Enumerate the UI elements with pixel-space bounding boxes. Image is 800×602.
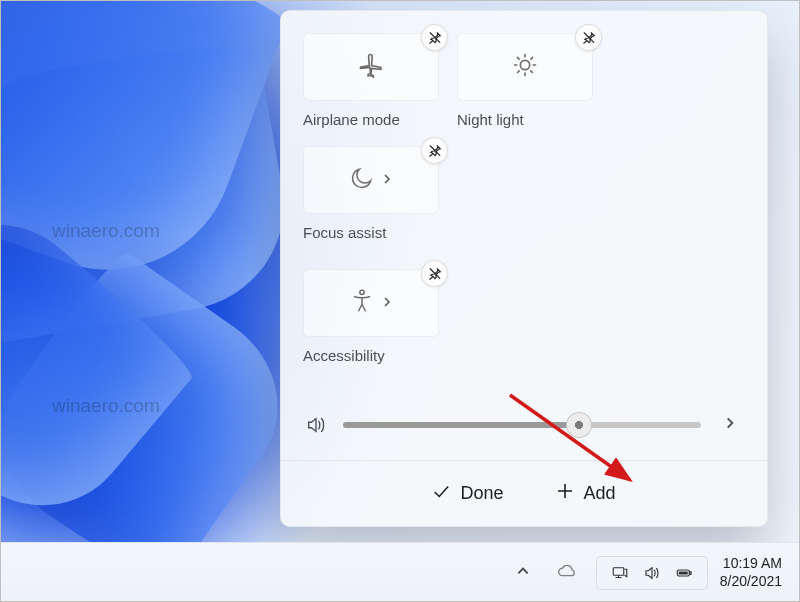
clock-date: 8/20/2021 xyxy=(720,573,782,591)
add-button[interactable]: Add xyxy=(540,474,632,513)
done-button[interactable]: Done xyxy=(416,474,519,513)
svg-rect-3 xyxy=(613,567,624,575)
chevron-right-icon xyxy=(381,172,393,188)
unpin-button-focusassist[interactable] xyxy=(421,137,448,164)
unpin-button-accessibility[interactable] xyxy=(421,260,448,287)
taskbar-clock[interactable]: 10:19 AM 8/20/2021 xyxy=(720,555,782,590)
unpin-button-airplane[interactable] xyxy=(421,24,448,51)
volume-slider-thumb[interactable] xyxy=(566,412,592,438)
tile-airplane-mode[interactable] xyxy=(303,33,439,101)
clock-time: 10:19 AM xyxy=(720,555,782,573)
unpin-icon xyxy=(428,31,442,45)
tile-wrap-nightlight: Night light xyxy=(457,33,593,128)
network-icon xyxy=(611,564,629,582)
volume-row xyxy=(303,404,745,460)
check-icon xyxy=(432,482,450,505)
taskbar: 10:19 AM 8/20/2021 xyxy=(0,542,800,602)
tile-wrap-accessibility: Accessibility xyxy=(303,269,439,364)
airplane-icon xyxy=(357,51,385,83)
done-label: Done xyxy=(460,483,503,504)
svg-rect-6 xyxy=(689,571,691,574)
unpin-button-nightlight[interactable] xyxy=(575,24,602,51)
night-light-icon xyxy=(511,51,539,83)
tile-focus-assist[interactable] xyxy=(303,146,439,214)
tile-night-light[interactable] xyxy=(457,33,593,101)
tile-wrap-focusassist: Focus assist xyxy=(303,146,439,241)
accessibility-icon xyxy=(349,288,375,318)
tray-overflow-button[interactable] xyxy=(508,556,538,590)
unpin-icon xyxy=(582,31,596,45)
speaker-icon xyxy=(305,414,327,436)
tile-accessibility[interactable] xyxy=(303,269,439,337)
add-label: Add xyxy=(584,483,616,504)
battery-icon xyxy=(675,564,693,582)
tile-label-accessibility: Accessibility xyxy=(303,347,385,364)
unpin-icon xyxy=(428,144,442,158)
onedrive-tray-icon[interactable] xyxy=(550,554,584,592)
system-tray-cluster[interactable] xyxy=(596,556,708,590)
focus-assist-icon xyxy=(349,165,375,195)
panel-footer: Done Add xyxy=(281,460,767,526)
volume-tray-icon xyxy=(643,564,661,582)
tile-wrap-airplane: Airplane mode xyxy=(303,33,439,128)
svg-point-1 xyxy=(360,290,364,294)
tile-label-focusassist: Focus assist xyxy=(303,224,386,241)
tile-label-nightlight: Night light xyxy=(457,111,524,128)
tile-label-airplane: Airplane mode xyxy=(303,111,400,128)
unpin-icon xyxy=(428,267,442,281)
chevron-right-icon xyxy=(381,295,393,311)
svg-point-0 xyxy=(520,60,529,69)
svg-rect-5 xyxy=(678,571,687,574)
volume-slider[interactable] xyxy=(343,422,701,428)
quick-settings-panel: Airplane mode Night light xyxy=(280,10,768,527)
volume-flyout-button[interactable] xyxy=(717,410,743,440)
plus-icon xyxy=(556,482,574,505)
